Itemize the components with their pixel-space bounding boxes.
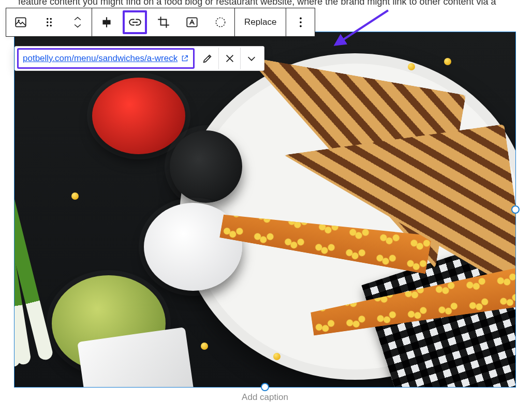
block-type-button[interactable] [6,8,35,36]
drag-handle-icon [42,16,56,29]
crop-button[interactable] [149,8,178,36]
toolbar-group-replace: Replace [234,8,286,36]
block-toolbar: Replace [6,8,315,37]
svg-point-1 [18,20,19,21]
svg-point-3 [50,18,51,20]
svg-point-12 [300,18,302,20]
image-content [14,32,515,387]
toolbar-group-block [6,8,92,36]
external-link-icon [181,54,189,63]
pencil-icon [202,53,213,64]
resize-handle-south[interactable] [261,383,269,391]
annotation-arrow [331,7,393,49]
duotone-filter-icon [214,16,227,29]
duotone-button[interactable] [206,8,234,36]
text-overlay-button[interactable] [178,8,206,36]
chevron-down-icon [72,22,83,29]
image-caption-input[interactable]: Add caption [14,392,515,403]
toolbar-group-align [92,8,234,36]
svg-point-2 [47,18,48,20]
chevron-up-icon [72,15,83,22]
edit-link-button[interactable] [197,48,218,69]
image-icon [14,16,27,29]
more-vertical-icon [294,16,307,29]
svg-point-4 [47,21,48,23]
drag-handle[interactable] [35,8,63,36]
close-icon [224,53,235,64]
remove-link-button[interactable] [218,48,240,69]
svg-point-5 [50,21,51,23]
svg-point-13 [300,21,302,23]
more-options-button[interactable] [286,8,315,36]
svg-rect-0 [16,18,26,26]
crop-icon [157,16,170,29]
chevron-down-icon [246,53,257,64]
link-url-field[interactable]: potbelly.com/menu/sandwiches/a-wreck [17,48,195,69]
image-block[interactable] [14,32,515,387]
corn-kernel [201,343,208,350]
align-button[interactable] [92,8,121,36]
corn-kernel [408,63,415,70]
svg-point-7 [50,25,51,26]
svg-rect-9 [102,20,110,25]
svg-point-14 [300,25,302,27]
link-url-text[interactable]: potbelly.com/menu/sandwiches/a-wreck [23,53,178,64]
block-movers[interactable] [63,8,92,36]
replace-button[interactable]: Replace [235,8,286,36]
link-popover: potbelly.com/menu/sandwiches/a-wreck [14,46,264,71]
link-settings-toggle[interactable] [240,48,262,69]
scallions [14,162,73,368]
svg-point-11 [216,18,225,26]
insert-link-button[interactable] [121,8,149,36]
corn-kernel [273,353,280,360]
link-icon [128,16,142,29]
corn-kernel [444,58,451,65]
text-over-image-icon [185,16,199,29]
corn-kernel [71,192,79,200]
resize-handle-east[interactable] [511,205,520,214]
align-center-icon [100,16,113,29]
svg-point-6 [47,25,48,26]
sandwich-half-2 [284,124,515,330]
toolbar-group-more [286,8,315,36]
